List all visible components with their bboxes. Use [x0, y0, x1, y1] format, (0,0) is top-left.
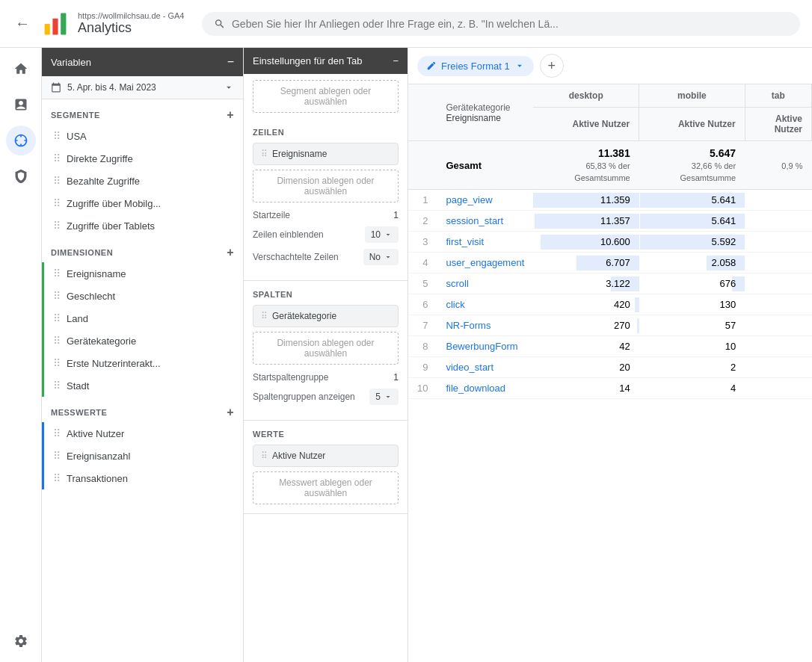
segment-item-bezahlte[interactable]: ⠿ Bezahlte Zugriffe [42, 170, 243, 192]
table-row: 4 user_engagement 6.707 2.058 [408, 253, 812, 273]
segment-item-tablet[interactable]: ⠿ Zugriffe über Tablets [42, 214, 243, 237]
metric-label: Aktive Nutzer [67, 428, 124, 439]
dimension-item-ereignisname[interactable]: ⠿ Ereignisname [42, 262, 243, 285]
metric-label: Transaktionen [67, 473, 128, 484]
rows-drop-zone[interactable]: Dimension ablegen oder auswählen [253, 170, 399, 202]
startcol-field: Startspaltengruppe 1 [253, 372, 399, 383]
row-dim[interactable]: file_download [437, 378, 533, 399]
row-number-header [408, 84, 437, 141]
row-dim[interactable]: click [437, 294, 533, 315]
startrow-value: 1 [393, 210, 399, 220]
row-num: 6 [408, 294, 437, 315]
search-icon [214, 18, 226, 30]
nav-reports-icon[interactable] [6, 90, 36, 120]
metric-item-transaktionen[interactable]: ⠿ Transaktionen [42, 467, 243, 489]
row-num: 3 [408, 232, 437, 253]
tab-freies-format[interactable]: Freies Format 1 [417, 56, 534, 76]
showcol-select[interactable]: 5 [369, 389, 399, 405]
nav-settings-icon[interactable] [6, 626, 36, 656]
add-dimension-button[interactable]: + [227, 246, 234, 259]
data-table-container: GerätekategorieEreignisname desktop mobi… [408, 84, 812, 662]
metric-item-aktive[interactable]: ⠿ Aktive Nutzer [42, 422, 243, 445]
variables-collapse-button[interactable]: − [227, 55, 234, 69]
segment-label: Bezahlte Zugriffe [67, 176, 140, 187]
segment-item-mobil[interactable]: ⠿ Zugriffe über Mobilg... [42, 192, 243, 214]
add-segment-button[interactable]: + [227, 108, 234, 122]
row-desktop-val: 270 [533, 315, 639, 336]
row-dim[interactable]: BewerbungForm [437, 336, 533, 357]
data-table: GerätekategorieEreignisname desktop mobi… [408, 84, 812, 399]
row-dim[interactable]: session_start [437, 211, 533, 232]
drag-handle-icon: ⠿ [261, 149, 268, 159]
metric-item-ereignis[interactable]: ⠿ Ereignisanzahl [42, 445, 243, 467]
row-dim[interactable]: first_visit [437, 232, 533, 253]
columns-active-item[interactable]: ⠿ Gerätekategorie [253, 305, 399, 327]
row-dim[interactable]: page_view [437, 190, 533, 211]
segment-item-usa[interactable]: ⠿ USA [42, 125, 243, 147]
columns-drop-zone[interactable]: Dimension ablegen oder auswählen [253, 332, 399, 365]
settings-panel: Einstellungen für den Tab − Segment able… [244, 48, 408, 662]
tab-metric-header: Aktive Nutzer [745, 108, 811, 141]
back-button[interactable]: ← [12, 12, 33, 35]
row-tab-val [745, 211, 811, 232]
dimension-item-erste[interactable]: ⠿ Erste Nutzerinterakt... [42, 352, 243, 374]
data-area: Freies Format 1 + GerätekategorieEreigni… [408, 48, 812, 662]
svg-rect-2 [61, 13, 66, 34]
total-desktop-sub: 65,83 % der Gesamtsumme [574, 161, 630, 182]
table-row: 2 session_start 11.357 5.641 [408, 211, 812, 232]
metrics-section-title: MESSWERTE + [42, 397, 243, 422]
row-desktop-val: 10.600 [533, 232, 639, 253]
main-layout: Variablen − 5. Apr. bis 4. Mai 2023 SEGM… [0, 48, 812, 662]
add-metric-button[interactable]: + [227, 406, 234, 419]
top-drop-zone[interactable]: Segment ablegen oder auswählen [253, 80, 399, 113]
drag-handle-icon: ⠿ [53, 450, 61, 462]
date-selector[interactable]: 5. Apr. bis 4. Mai 2023 [42, 76, 243, 99]
showcol-value: 5 [375, 392, 381, 402]
dimension-item-land[interactable]: ⠿ Land [42, 307, 243, 330]
dimension-item-geschlecht[interactable]: ⠿ Geschlecht [42, 285, 243, 307]
add-tab-button[interactable]: + [540, 54, 564, 78]
showrows-select[interactable]: 10 [365, 226, 399, 243]
rows-active-item[interactable]: ⠿ Ereignisname [253, 143, 399, 165]
settings-collapse-button[interactable]: − [393, 55, 399, 66]
segment-label: Direkte Zugriffe [67, 153, 133, 164]
app-title-block: https://wollmilchsau.de - GA4 Analytics [78, 11, 184, 36]
dimension-label: Gerätekategorie [67, 335, 136, 347]
row-dim[interactable]: NR-Forms [437, 315, 533, 336]
nav-explore-icon[interactable] [6, 126, 36, 155]
nav-home-icon[interactable] [6, 54, 36, 84]
nested-value: No [369, 252, 381, 262]
search-bar[interactable] [202, 12, 800, 36]
segment-item-direkte[interactable]: ⠿ Direkte Zugriffe [42, 147, 243, 170]
dimension-item-stadt[interactable]: ⠿ Stadt [42, 374, 243, 397]
variables-panel: Variablen − 5. Apr. bis 4. Mai 2023 SEGM… [42, 48, 244, 662]
row-dim[interactable]: scroll [437, 273, 533, 294]
showrows-value: 10 [371, 229, 381, 240]
nav-advertising-icon[interactable] [6, 161, 36, 191]
nested-select[interactable]: No [363, 249, 399, 265]
values-drop-zone[interactable]: Messwert ablegen oder auswählen [253, 471, 399, 504]
values-active-item[interactable]: ⠿ Aktive Nutzer [253, 445, 399, 467]
row-mobile-val: 2.058 [639, 253, 745, 273]
row-desktop-val: 11.359 [533, 190, 639, 211]
row-desktop-val: 14 [533, 378, 639, 399]
app-subtitle: https://wollmilchsau.de - GA4 [78, 11, 184, 20]
svg-rect-0 [45, 24, 50, 34]
drag-handle-icon: ⠿ [261, 311, 268, 321]
search-input[interactable] [232, 18, 788, 30]
rows-section-label: ZEILEN [253, 128, 399, 137]
row-dim[interactable]: video_start [437, 357, 533, 378]
desktop-metric-header: Aktive Nutzer [533, 108, 639, 141]
dropdown-icon [384, 392, 393, 401]
row-num: 10 [408, 378, 437, 399]
row-mobile-val: 2 [639, 357, 745, 378]
analytics-logo [42, 10, 69, 37]
row-mobile-val: 5.641 [639, 190, 745, 211]
row-dim[interactable]: user_engagement [437, 253, 533, 273]
dimension-item-geraet[interactable]: ⠿ Gerätekategorie [42, 330, 243, 352]
startrow-label: Startzeile [253, 210, 290, 220]
table-row: 8 BewerbungForm 42 10 [408, 336, 812, 357]
dim-column-header: GerätekategorieEreignisname [437, 84, 533, 141]
row-num: 7 [408, 315, 437, 336]
tab-bar: Freies Format 1 + [408, 48, 812, 84]
